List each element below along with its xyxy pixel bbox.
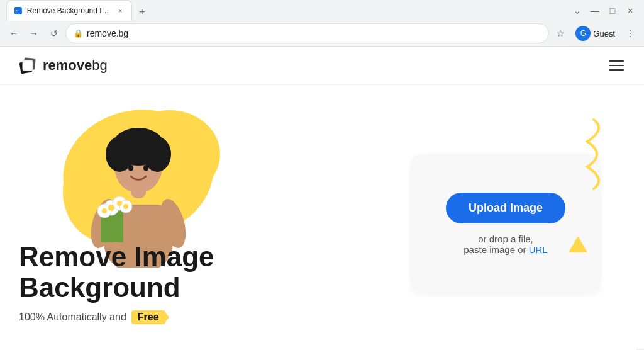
page-content: removebg xyxy=(0,47,644,349)
upload-card: Upload Image or drop a file, paste image… xyxy=(411,154,600,293)
toolbar-right: ☆ G Guest ⋮ xyxy=(552,25,639,42)
lock-icon: 🔒 xyxy=(74,29,83,38)
free-badge: Free xyxy=(131,310,165,324)
svg-point-30 xyxy=(123,204,128,209)
address-bar-row: ← → ↺ 🔒 remove.bg ☆ G Guest ⋮ xyxy=(0,21,644,46)
hamburger-line-2 xyxy=(609,65,624,66)
svg-marker-31 xyxy=(569,236,587,252)
window-minimize-button[interactable]: — xyxy=(587,3,602,18)
hamburger-line-1 xyxy=(609,60,624,62)
profile-avatar: G xyxy=(575,26,591,41)
bookmark-button[interactable]: ☆ xyxy=(552,25,569,42)
hero-subtitle-text: 100% Automatically and xyxy=(19,312,126,323)
profile-button[interactable]: G Guest xyxy=(572,25,619,42)
refresh-button[interactable]: ↺ xyxy=(45,25,63,42)
hero-title-line2: Background xyxy=(19,272,180,303)
address-text: remove.bg xyxy=(87,28,541,38)
new-tab-button[interactable]: + xyxy=(133,3,151,21)
hero-section: Remove Image Background 100% Automatical… xyxy=(0,85,644,349)
svg-rect-4 xyxy=(23,60,33,71)
hero-title: Remove Image Background xyxy=(19,242,214,303)
upload-image-button[interactable]: Upload Image xyxy=(446,193,565,223)
hero-title-line1: Remove Image xyxy=(19,241,214,272)
address-bar[interactable]: 🔒 remove.bg xyxy=(65,23,549,43)
menu-button[interactable]: ⋮ xyxy=(621,25,639,42)
tab-favicon: r xyxy=(14,6,22,16)
tab-bar: r Remove Background from Imag… × + ⌄ — □… xyxy=(0,0,644,21)
window-close-button[interactable]: × xyxy=(623,3,638,18)
hamburger-line-3 xyxy=(609,69,624,71)
window-more-button[interactable]: ⌄ xyxy=(570,3,585,18)
hero-left: Remove Image Background 100% Automatical… xyxy=(19,98,386,349)
svg-rect-22 xyxy=(101,214,108,242)
drop-text-line2: paste image or URL xyxy=(464,244,547,255)
site-header: removebg xyxy=(0,47,644,85)
logo-area: removebg xyxy=(18,55,108,76)
url-link[interactable]: URL xyxy=(529,244,548,255)
tab-title: Remove Background from Imag… xyxy=(27,6,111,15)
svg-point-17 xyxy=(119,128,157,153)
logo-text: removebg xyxy=(43,57,108,74)
svg-point-18 xyxy=(128,165,133,171)
window-maximize-button[interactable]: □ xyxy=(605,3,620,18)
hamburger-menu-button[interactable] xyxy=(606,58,626,73)
svg-point-27 xyxy=(108,205,114,211)
svg-point-29 xyxy=(102,208,107,213)
forward-button[interactable]: → xyxy=(25,25,43,42)
paste-text: paste image or xyxy=(464,244,526,255)
svg-point-28 xyxy=(117,201,122,206)
active-tab[interactable]: r Remove Background from Imag… × xyxy=(6,0,132,21)
squiggle-decoration xyxy=(575,116,613,195)
hero-subtitle: 100% Automatically and Free xyxy=(19,310,214,324)
back-button[interactable]: ← xyxy=(5,25,23,42)
drop-text-area: or drop a file, paste image or URL xyxy=(464,234,547,255)
svg-point-19 xyxy=(143,165,148,171)
hero-right: Upload Image or drop a file, paste image… xyxy=(386,98,625,349)
triangle-decoration xyxy=(569,236,587,255)
hero-text: Remove Image Background 100% Automatical… xyxy=(19,242,214,324)
browser-chrome: r Remove Background from Imag… × + ⌄ — □… xyxy=(0,0,644,47)
logo-text-light: bg xyxy=(92,57,107,73)
logo-icon xyxy=(18,55,38,76)
logo-text-bold: remove xyxy=(43,57,92,73)
svg-text:r: r xyxy=(15,8,17,14)
profile-label: Guest xyxy=(593,29,615,38)
drop-text-line1: or drop a file, xyxy=(464,234,547,244)
tab-close-button[interactable]: × xyxy=(116,6,124,16)
